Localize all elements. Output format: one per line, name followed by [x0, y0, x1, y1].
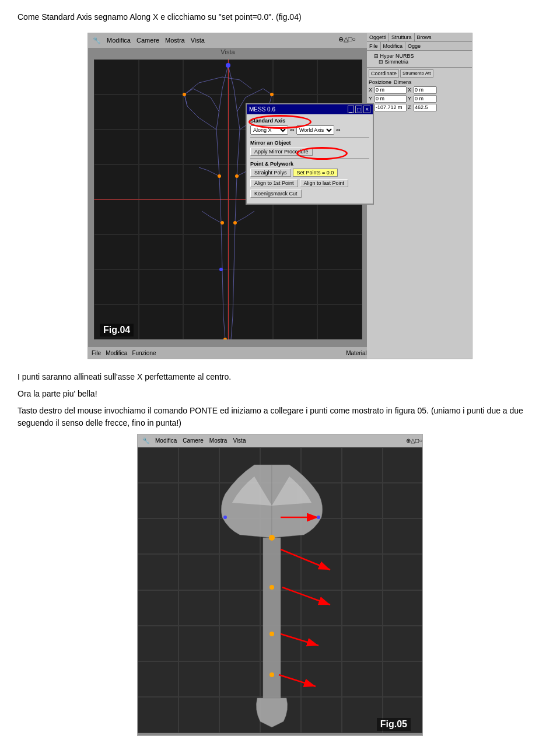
polywork-row1: Straight Polys Set Points = 0.0 — [250, 169, 369, 177]
svg-point-0 — [220, 221, 224, 225]
svg-point-8 — [219, 268, 223, 271]
standard-axis-label: Standard Axis — [250, 118, 369, 124]
align-last-btn[interactable]: Align to last Point — [300, 179, 349, 187]
hyper-nurbs-item[interactable]: ⊟ Hyper NURBS — [374, 53, 470, 59]
straight-polys-btn[interactable]: Straight Polys — [250, 169, 291, 177]
y2-label: Y — [408, 96, 412, 101]
arrow3 — [282, 587, 330, 605]
strumento-tab[interactable]: Strumento Att — [400, 69, 433, 78]
camere-menu[interactable]: Camere — [136, 37, 159, 44]
modifica-menu-panel[interactable]: Modifica — [381, 42, 406, 50]
toolbar-icons: ⊕△□○ — [338, 33, 356, 46]
coord-tabs: Coordinate Strumento Att — [369, 69, 470, 78]
minimize-btn[interactable]: _ — [348, 106, 355, 113]
polywork-row3: Koenigsmarck Cut — [250, 190, 369, 198]
modifica-menu-bottom[interactable]: Modifica — [106, 350, 127, 356]
y-value-input[interactable] — [374, 95, 407, 103]
figure04-container: 🔧 Modifica Camere Mostra Vista ⊕△□○ Vist… — [18, 33, 542, 359]
mess-dialog: MESS 0.6 _ □ × Standard Axis Along X ⇔ W… — [246, 103, 374, 205]
toolbar-symbols-05: ⊕△□○ — [406, 437, 422, 444]
coord-z-row: Z Z — [369, 104, 470, 111]
simmetria-item[interactable]: ⊟ Simmetria — [379, 59, 470, 65]
intro-paragraph: Come Standard Axis segnamo Along X e cli… — [18, 12, 542, 23]
align-1st-btn[interactable]: Align to 1st Point — [250, 179, 298, 187]
axis-row: Along X ⇔ World Axis ⇔ — [250, 125, 369, 135]
figure04-box: 🔧 Modifica Camere Mostra Vista ⊕△□○ Vist… — [88, 33, 473, 359]
maximize-btn[interactable]: □ — [355, 106, 362, 113]
svg-point-6 — [223, 338, 227, 339]
set-points-btn[interactable]: Set Points = 0.0 — [293, 169, 338, 177]
fig04-menubar: 🔧 Modifica Camere Mostra Vista ⊕△□○ — [88, 33, 368, 48]
mirror-row: Apply Mirror Procedure — [250, 148, 369, 156]
x-value-input[interactable] — [374, 86, 407, 94]
z2-value-input[interactable] — [414, 104, 437, 111]
world-arrow: ⇔ — [336, 127, 341, 133]
fig04-bottom-bar: File Modifica Funzione Materiali — [88, 347, 368, 359]
panel-file-tabs: File Modifica Ogge — [367, 42, 472, 51]
fig04-label: Fig.04 — [100, 324, 134, 337]
selected-point4 — [270, 672, 274, 677]
world-axis-select[interactable]: World Axis — [296, 125, 334, 135]
svg-point-5 — [183, 93, 186, 96]
mostra-menu-05[interactable]: Mostra — [209, 437, 228, 444]
apply-mirror-btn[interactable]: Apply Mirror Procedure — [250, 148, 313, 156]
x2-label: X — [408, 87, 412, 93]
svg-point-3 — [235, 174, 239, 178]
browse-tab[interactable]: Brows — [415, 33, 434, 41]
toolbar-symbol: ⊕△□○ — [338, 36, 356, 43]
z2-label: Z — [408, 104, 412, 110]
koenigsmarck-btn[interactable]: Koenigsmarck Cut — [250, 190, 302, 198]
materials-label: Materiali — [346, 350, 368, 356]
mostra-menu[interactable]: Mostra — [165, 37, 185, 44]
arrow5 — [279, 675, 316, 686]
posizione-label: Posizione — [369, 79, 391, 85]
y2-value-input[interactable] — [414, 95, 437, 103]
dimensioni-label: Dimens — [394, 79, 412, 85]
coordinate-tab[interactable]: Coordinate — [369, 69, 399, 78]
arrow4 — [281, 634, 318, 646]
funzione-menu-bottom[interactable]: Funzione — [132, 350, 156, 356]
coord-header: Posizione Dimens — [369, 79, 470, 85]
point-polywork-label: Point & Polywork — [250, 161, 369, 167]
mirror-object-label: Mirror an Object — [250, 140, 369, 146]
selected-point2 — [270, 585, 274, 590]
axis-arrow: ⇔ — [290, 127, 295, 133]
panel-top-tabs: Oggetti Struttura Brows — [367, 33, 472, 42]
modifica-menu[interactable]: Modifica — [107, 37, 131, 44]
oggetti-tab[interactable]: Oggetti — [367, 33, 389, 41]
fig05-menubar: 🔧 Modifica Camere Mostra Vista ⊕△□○ — [138, 434, 422, 447]
vista-menu[interactable]: Vista — [191, 37, 205, 44]
selected-point — [269, 535, 275, 541]
vista-menu-05[interactable]: Vista — [233, 437, 246, 444]
coordinate-section: Coordinate Strumento Att Posizione Dimen… — [367, 68, 472, 114]
figure05-container: 🔧 Modifica Camere Mostra Vista ⊕△□○ — [18, 434, 542, 736]
mess-titlebar: MESS 0.6 _ □ × — [247, 104, 373, 114]
svg-point-1 — [233, 221, 237, 225]
svg-point-2 — [218, 174, 221, 178]
close-btn[interactable]: × — [363, 106, 370, 113]
coord-x-row: X X — [369, 86, 470, 94]
mess-window-controls: _ □ × — [348, 106, 370, 113]
polywork-row2: Align to 1st Point Align to last Point — [250, 179, 369, 187]
para3: Tasto destro del mouse invochiamo il com… — [18, 405, 542, 429]
fig05-viewport-area — [138, 447, 423, 733]
mess-sep1 — [250, 137, 369, 138]
struttura-tab[interactable]: Struttura — [389, 33, 415, 41]
along-x-select[interactable]: Along X — [250, 125, 288, 135]
menu-icon-05: 🔧 — [142, 437, 149, 444]
file-menu-panel[interactable]: File — [367, 42, 381, 50]
mess-sep2 — [250, 158, 369, 159]
z-value-input[interactable] — [374, 104, 407, 111]
camere-menu-05[interactable]: Camere — [183, 437, 204, 444]
file-menu-bottom[interactable]: File — [92, 350, 101, 356]
para1: I punti saranno allineati sull'asse X pe… — [18, 371, 542, 383]
point-blue1 — [223, 516, 227, 519]
selected-point3 — [270, 632, 274, 636]
x-label: X — [369, 87, 373, 93]
modifica-menu-05[interactable]: Modifica — [155, 437, 177, 444]
y-label: Y — [369, 96, 373, 101]
right-panel: Oggetti Struttura Brows File Modifica Og… — [367, 33, 472, 359]
point-blue2 — [317, 516, 320, 519]
x2-value-input[interactable] — [414, 86, 437, 94]
svg-point-4 — [270, 93, 274, 96]
